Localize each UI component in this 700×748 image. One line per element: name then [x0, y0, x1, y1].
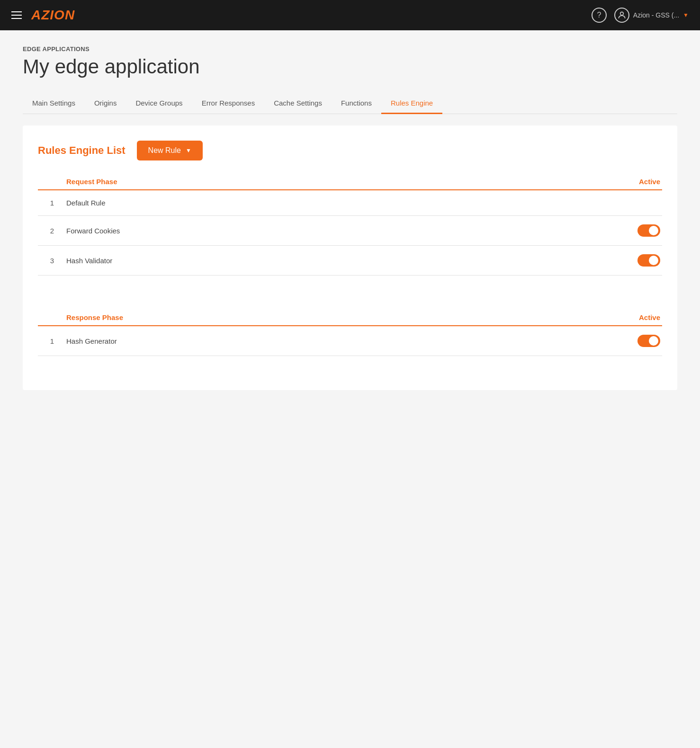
rule-name[interactable]: Hash Validator: [66, 257, 605, 265]
active-toggle[interactable]: [637, 224, 660, 237]
user-avatar: [614, 8, 629, 23]
breadcrumb: Edge Applications: [23, 45, 677, 53]
col-num-header: [38, 313, 66, 321]
hamburger-menu[interactable]: [11, 11, 22, 19]
rule-name[interactable]: Default Rule: [66, 199, 605, 207]
row-num: 2: [38, 227, 66, 235]
content-area: Rules Engine List New Rule ▼ Request Pha…: [23, 125, 677, 390]
row-num: 1: [38, 337, 66, 345]
new-rule-label: New Rule: [148, 146, 181, 155]
request-phase-header: Request Phase Active: [38, 174, 662, 190]
toggle-container: [605, 224, 662, 237]
help-button[interactable]: ?: [592, 8, 607, 23]
request-phase-label: Request Phase: [66, 178, 605, 186]
svg-point-0: [620, 12, 624, 15]
new-rule-button[interactable]: New Rule ▼: [137, 141, 203, 160]
rule-name[interactable]: Forward Cookies: [66, 227, 605, 235]
user-menu[interactable]: Azion - GSS (... ▼: [614, 8, 689, 23]
toggle-container: [605, 254, 662, 267]
chevron-down-icon: ▼: [683, 12, 689, 18]
main-content: Edge Applications My edge application Ma…: [0, 30, 700, 748]
toggle-slider: [637, 254, 660, 267]
tab-cache-settings[interactable]: Cache Settings: [264, 93, 332, 114]
tab-origins[interactable]: Origins: [85, 93, 126, 114]
tab-main-settings[interactable]: Main Settings: [23, 93, 85, 114]
logo: AZION: [31, 8, 75, 23]
help-icon: ?: [597, 11, 601, 19]
nav-right: ? Azion - GSS (... ▼: [592, 8, 689, 23]
list-header: Rules Engine List New Rule ▼: [38, 141, 662, 160]
table-row: 3 Hash Validator: [38, 246, 662, 276]
tab-error-responses[interactable]: Error Responses: [192, 93, 265, 114]
toggle-slider: [637, 224, 660, 237]
col-num-header: [38, 178, 66, 186]
tab-rules-engine[interactable]: Rules Engine: [381, 93, 442, 114]
user-label: Azion - GSS (...: [633, 11, 679, 19]
row-num: 3: [38, 257, 66, 265]
response-phase-label: Response Phase: [66, 313, 605, 321]
table-row: 1 Default Rule: [38, 190, 662, 216]
tab-device-groups[interactable]: Device Groups: [126, 93, 192, 114]
table-row: 2 Forward Cookies: [38, 216, 662, 246]
section-spacer: [38, 294, 662, 310]
tabs-row: Main Settings Origins Device Groups Erro…: [23, 93, 677, 114]
nav-left: AZION: [11, 8, 75, 23]
tab-functions[interactable]: Functions: [332, 93, 381, 114]
active-toggle[interactable]: [637, 335, 660, 347]
response-phase-header: Response Phase Active: [38, 310, 662, 326]
request-phase-section: Request Phase Active 1 Default Rule 2 Fo…: [38, 174, 662, 276]
active-toggle[interactable]: [637, 254, 660, 267]
list-title: Rules Engine List: [38, 144, 126, 157]
page-title: My edge application: [23, 55, 677, 78]
user-icon: [617, 10, 627, 20]
response-active-label: Active: [605, 313, 662, 321]
row-num: 1: [38, 199, 66, 207]
dropdown-arrow-icon: ▼: [186, 147, 191, 154]
response-phase-section: Response Phase Active 1 Hash Generator: [38, 310, 662, 356]
top-navigation: AZION ? Azion - GSS (... ▼: [0, 0, 700, 30]
rule-name[interactable]: Hash Generator: [66, 337, 605, 345]
toggle-slider: [637, 335, 660, 347]
request-active-label: Active: [605, 178, 662, 186]
table-row: 1 Hash Generator: [38, 326, 662, 356]
toggle-container: [605, 335, 662, 347]
